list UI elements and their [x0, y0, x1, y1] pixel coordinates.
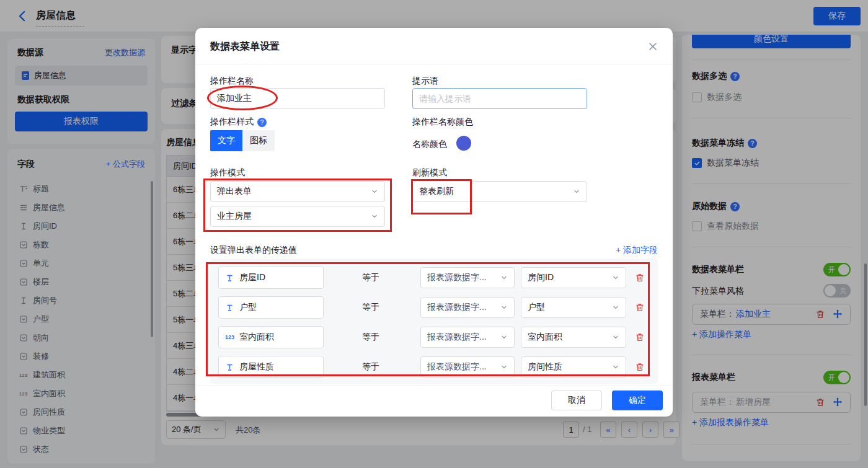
trash-icon[interactable]: [635, 362, 645, 372]
text-field-icon: [225, 273, 234, 283]
field-name-box[interactable]: 123室内面积: [218, 326, 324, 348]
chevron-down-icon: [612, 274, 619, 281]
trash-icon[interactable]: [635, 273, 645, 283]
style-segmented-control: 文字 图标: [210, 130, 275, 151]
target-field-select[interactable]: 房间性质: [521, 356, 626, 377]
pass-value-row: 房屋ID 等于 报表源数据字... 房间ID: [218, 267, 650, 289]
name-color-section-label: 操作栏名称颜色: [412, 117, 473, 128]
chevron-down-icon: [612, 304, 619, 311]
name-color-label: 名称颜色: [412, 139, 447, 150]
trash-icon[interactable]: [635, 332, 645, 342]
number-field-icon: 123: [225, 333, 234, 342]
chevron-down-icon: [500, 274, 508, 281]
color-swatch[interactable]: [456, 136, 471, 151]
chevron-down-icon: [612, 333, 619, 341]
pass-values-label: 设置弹出表单的传递值: [210, 245, 297, 256]
tip-label: 提示语: [412, 76, 438, 87]
ok-button[interactable]: 确定: [612, 391, 663, 410]
chevron-down-icon: [371, 188, 378, 195]
equals-label: 等于: [362, 302, 379, 313]
pass-value-row: 户型 等于 报表源数据字... 户型: [218, 296, 650, 319]
source-select[interactable]: 报表源数据字...: [420, 297, 515, 318]
chevron-down-icon: [500, 304, 508, 311]
field-name-box[interactable]: 户型: [218, 296, 324, 319]
text-field-icon: [225, 303, 234, 312]
equals-label: 等于: [362, 361, 379, 373]
chevron-down-icon: [612, 363, 619, 371]
modal-title: 数据表菜单设置: [210, 40, 280, 53]
close-icon[interactable]: [647, 40, 659, 53]
target-field-select[interactable]: 户型: [521, 297, 626, 318]
action-name-input[interactable]: [210, 88, 385, 109]
action-name-label: 操作栏名称: [210, 76, 254, 87]
target-field-select[interactable]: 房间ID: [521, 267, 626, 288]
table-menu-settings-modal: 数据表菜单设置 操作栏名称 提示语 操作栏样式 文字 图标 操作栏名称颜色 名称…: [195, 28, 673, 417]
action-mode-label: 操作模式: [210, 167, 245, 179]
equals-label: 等于: [362, 332, 379, 343]
field-name-box[interactable]: 房屋ID: [218, 267, 324, 289]
action-mode-select[interactable]: 弹出表单: [210, 181, 385, 202]
source-select[interactable]: 报表源数据字...: [420, 267, 515, 288]
pass-value-row: 123室内面积 等于 报表源数据字... 室内面积: [218, 326, 650, 348]
trash-icon[interactable]: [635, 302, 645, 312]
action-style-label: 操作栏样式: [210, 117, 267, 128]
pass-values-container: 房屋ID 等于 报表源数据字... 房间ID 户型 等于 报表源数据字... 户…: [210, 258, 658, 384]
source-select[interactable]: 报表源数据字...: [420, 356, 515, 377]
help-icon[interactable]: [257, 118, 267, 127]
chevron-down-icon: [573, 188, 580, 195]
style-text-option[interactable]: 文字: [210, 130, 242, 151]
target-form-select[interactable]: 业主房屋: [210, 206, 385, 227]
text-field-icon: [225, 363, 234, 372]
add-field-link[interactable]: + 添加字段: [616, 245, 658, 256]
equals-label: 等于: [362, 272, 379, 283]
style-icon-option[interactable]: 图标: [242, 130, 275, 151]
pass-value-row: 房屋性质 等于 报表源数据字... 房间性质: [218, 356, 650, 378]
chevron-down-icon: [500, 333, 508, 341]
tip-input[interactable]: [412, 88, 587, 109]
target-field-select[interactable]: 室内面积: [521, 327, 626, 348]
refresh-mode-select[interactable]: 整表刷新: [412, 181, 587, 202]
cancel-button[interactable]: 取消: [551, 391, 602, 410]
refresh-mode-label: 刷新模式: [412, 167, 447, 179]
chevron-down-icon: [371, 213, 378, 220]
field-name-box[interactable]: 房屋性质: [218, 356, 324, 378]
chevron-down-icon: [500, 363, 508, 371]
source-select[interactable]: 报表源数据字...: [420, 327, 515, 348]
